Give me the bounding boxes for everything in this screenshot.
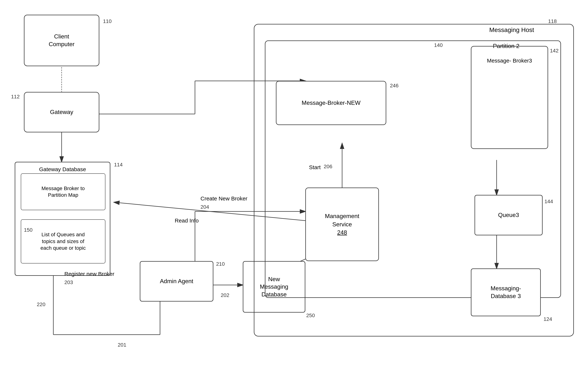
list-queues-label: List of Queues andtopics and sizes ofeac… — [41, 231, 86, 251]
ref-204: 204 — [201, 204, 209, 210]
messaging-database3-box: Messaging-Database 3 — [471, 268, 541, 316]
message-broker3-label: Message- Broker3 — [476, 57, 542, 64]
gateway-label: Gateway — [50, 108, 73, 116]
read-info-label: Read Info — [175, 217, 199, 224]
ref-201: 201 — [118, 342, 126, 348]
ref-118: 118 — [548, 18, 557, 24]
ref-114: 114 — [114, 162, 123, 168]
ref-110: 110 — [103, 18, 112, 24]
queue3-label: Queue3 — [498, 211, 519, 219]
gateway-database-label: Gateway Database — [15, 166, 110, 173]
ref-150: 150 — [24, 227, 33, 233]
ref-144: 144 — [544, 198, 553, 204]
message-broker-new-box: Message-Broker-NEW — [276, 81, 386, 125]
gateway-box: Gateway — [24, 92, 99, 132]
ref-140: 140 — [434, 42, 443, 48]
queue3-box: Queue3 — [474, 195, 542, 235]
ref-220: 220 — [37, 302, 46, 308]
create-new-broker-label: Create New Broker — [201, 195, 247, 202]
ref-124: 124 — [543, 316, 552, 322]
messaging-database3-label: Messaging-Database 3 — [490, 284, 521, 300]
messaging-host-label: Messaging Host — [489, 26, 534, 34]
client-computer-box: ClientComputer — [24, 15, 99, 66]
ref-202: 202 — [221, 292, 229, 298]
admin-agent-label: Admin Agent — [160, 278, 193, 285]
ref-203: 203 — [64, 280, 73, 285]
admin-agent-box: Admin Agent — [140, 261, 213, 302]
client-computer-label: ClientComputer — [49, 33, 75, 48]
register-new-broker-label: Register new Broker — [64, 270, 114, 278]
list-queues-box: List of Queues andtopics and sizes ofeac… — [21, 219, 105, 264]
message-broker-partition-map-box: Message Broker toPartition Map — [21, 174, 105, 210]
ref-206: 206 — [324, 164, 332, 170]
diagram: ClientComputer 110 Gateway 112 Gateway D… — [0, 0, 586, 392]
message-broker-partition-map-label: Message Broker toPartition Map — [42, 185, 85, 198]
message-broker-new-label: Message-Broker-NEW — [302, 99, 360, 107]
ref-112: 112 — [11, 94, 20, 100]
management-service-box: ManagementService248 — [305, 188, 379, 261]
start-label: Start — [309, 164, 321, 171]
gateway-database-box: Gateway Database Message Broker toPartit… — [15, 162, 110, 276]
ref-142: 142 — [550, 48, 558, 54]
management-service-label: ManagementService248 — [325, 212, 359, 237]
ref-210: 210 — [216, 261, 225, 267]
ref-246: 246 — [390, 83, 399, 88]
